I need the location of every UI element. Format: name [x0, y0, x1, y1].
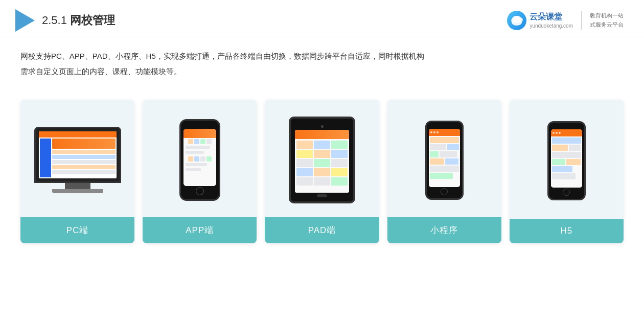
- pc-monitor: [34, 127, 121, 183]
- description-line1: 网校支持PC、APP、PAD、小程序、H5，实现多端打通，产品各终端自由切换，数…: [20, 49, 624, 64]
- device-pad: [289, 117, 355, 203]
- phone-screen: [183, 129, 216, 186]
- card-h5-label: H5: [510, 219, 624, 243]
- device-miniprogram-phone: [425, 121, 464, 200]
- pad-home-btn: [317, 194, 327, 197]
- card-pc-image: [20, 100, 134, 217]
- card-miniprogram-label: 小程序: [387, 217, 501, 243]
- phone-screen-content: [183, 138, 216, 186]
- logo-triangle-icon: [15, 9, 35, 32]
- card-pad-image: [265, 100, 379, 217]
- brand-slogan-line1: 教育机构一站: [590, 11, 624, 20]
- svg-point-3: [512, 16, 521, 22]
- cards-container: PC端: [0, 89, 644, 254]
- page-title-text: 网校管理: [70, 14, 115, 27]
- phone-sm-notch-h5: [561, 126, 571, 128]
- page-title: 2.5.1 网校管理: [42, 13, 115, 28]
- device-pc: [32, 127, 124, 193]
- phone-sm-home-btn: [441, 188, 448, 195]
- device-app-phone: [179, 119, 220, 201]
- phone-screen-top: [183, 129, 216, 138]
- phone-home-btn: [196, 187, 204, 195]
- header-left: 2.5.1 网校管理: [15, 9, 115, 32]
- brand-slogan-line2: 式服务云平台: [590, 20, 624, 30]
- card-pc-label: PC端: [20, 217, 134, 243]
- header: 2.5.1 网校管理 云朵课堂 yunduoketang.com: [0, 0, 644, 37]
- description-line2: 需求自定义页面上的内容、课程、功能模块等。: [20, 64, 624, 79]
- device-h5-phone: [547, 121, 586, 200]
- card-pad-label: PAD端: [265, 217, 379, 243]
- phone-sm-screen: [429, 129, 460, 187]
- pc-screen: [39, 131, 117, 178]
- card-pad: PAD端: [265, 100, 379, 243]
- card-h5: H5: [510, 100, 624, 243]
- phone-sm-home-btn-h5: [563, 189, 570, 196]
- brand-divider: [581, 11, 582, 30]
- brand-name: 云朵课堂: [530, 11, 573, 22]
- brand-logo: 云朵课堂 yunduoketang.com: [507, 11, 573, 30]
- card-h5-image: [510, 100, 624, 219]
- pad-screen: [295, 130, 349, 193]
- card-miniprogram-image: [387, 100, 501, 217]
- phone-sm-notch: [439, 125, 449, 127]
- phone-sm-screen-h5: [551, 129, 582, 188]
- phone-notch: [194, 125, 206, 127]
- brand-website: yunduoketang.com: [530, 22, 573, 30]
- header-right: 云朵课堂 yunduoketang.com 教育机构一站 式服务云平台: [507, 11, 624, 30]
- brand-slogan: 教育机构一站 式服务云平台: [590, 11, 624, 29]
- page: 2.5.1 网校管理 云朵课堂 yunduoketang.com: [0, 0, 644, 322]
- card-app-image: [143, 100, 257, 217]
- brand-icon: [507, 11, 526, 30]
- description: 网校支持PC、APP、PAD、小程序、H5，实现多端打通，产品各终端自由切换，数…: [0, 37, 644, 84]
- card-app: APP端: [143, 100, 257, 243]
- brand-name-block: 云朵课堂 yunduoketang.com: [530, 11, 573, 30]
- card-app-label: APP端: [143, 217, 257, 243]
- card-pc: PC端: [20, 100, 134, 243]
- card-miniprogram: 小程序: [387, 100, 501, 243]
